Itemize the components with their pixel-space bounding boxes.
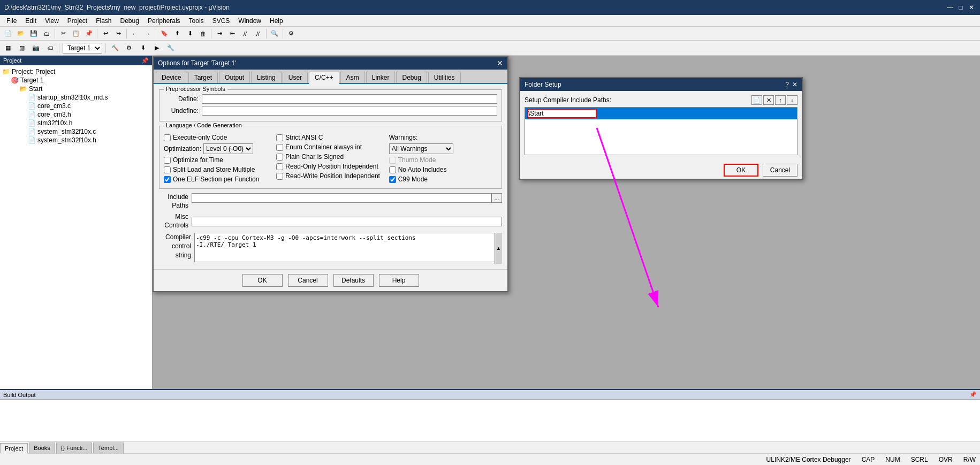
target-dropdown[interactable]: Target 1 [63,43,102,54]
folder-list-item-start[interactable] [525,108,797,119]
prev-bookmark-btn[interactable]: ⬆ [171,28,183,39]
rw-pos-checkbox[interactable] [276,173,283,180]
options-ok-button[interactable]: OK [242,274,283,287]
menu-window[interactable]: Window [234,16,265,26]
folder-help-button[interactable]: ? [785,81,789,88]
folder-cancel-button[interactable]: Cancel [763,164,797,177]
tab-user[interactable]: User [283,72,308,83]
undo-btn[interactable]: ↩ [100,28,111,39]
enum-container-checkbox[interactable] [276,144,283,151]
folder-path-input[interactable] [527,109,597,118]
tab-device[interactable]: Device [156,72,187,83]
tb2-btn1[interactable]: ▦ [2,43,14,54]
bookmark-btn[interactable]: 🔖 [158,28,170,39]
menu-svcs[interactable]: SVCS [208,16,234,26]
tab-templates-bottom[interactable]: Templ... [93,443,124,453]
folder-close-button[interactable]: ✕ [792,81,797,88]
optimize-time-checkbox[interactable] [164,157,171,164]
save-btn[interactable]: 💾 [28,28,40,39]
strict-ansi-checkbox[interactable] [276,134,283,141]
comment-btn[interactable]: // [239,28,251,39]
minimize-button[interactable]: — [946,3,954,12]
project-panel-pin[interactable]: 📌 [141,57,149,64]
paste-btn[interactable]: 📌 [83,28,95,39]
next-bookmark-btn[interactable]: ⬇ [184,28,196,39]
tree-file-4[interactable]: 📄 stm32f10x.h [2,119,150,127]
build-pin-icon[interactable]: 📌 [969,391,977,398]
menu-flash[interactable]: Flash [92,16,116,26]
start-stop-btn[interactable]: ▶ [151,43,163,54]
open-btn[interactable]: 📂 [15,28,27,39]
tab-cpp[interactable]: C/C++ [309,72,339,84]
tree-root[interactable]: 📁 Project: Project [2,67,150,76]
tab-books-bottom[interactable]: Books [29,443,55,453]
tab-listing[interactable]: Listing [251,72,282,83]
warnings-select[interactable]: All Warnings No Warnings [389,143,453,154]
plain-char-checkbox[interactable] [276,154,283,161]
cut-btn[interactable]: ✂ [57,28,69,39]
menu-project[interactable]: Project [63,16,92,26]
folder-down-btn[interactable]: ↓ [787,95,797,105]
folder-new-btn[interactable]: 📄 [751,95,762,105]
define-input[interactable] [202,94,497,104]
tb2-btn3[interactable]: 📷 [30,43,42,54]
tab-debug[interactable]: Debug [396,72,427,83]
split-load-checkbox[interactable] [164,166,171,173]
maximize-button[interactable]: □ [956,3,965,12]
nav-back-btn[interactable]: ← [129,28,141,39]
tab-functions-bottom[interactable]: {} Functi... [56,443,93,453]
tree-file-5[interactable]: 📄 system_stm32f10x.c [2,127,150,136]
tab-linker[interactable]: Linker [366,72,396,83]
download-btn[interactable]: ⬇ [137,43,149,54]
c99-mode-checkbox[interactable] [389,176,396,183]
unindent-btn[interactable]: ⇤ [226,28,238,39]
clear-bookmark-btn[interactable]: 🗑 [197,28,209,39]
folder-up-btn[interactable]: ↑ [775,95,786,105]
folder-ok-button[interactable]: OK [724,164,758,177]
tree-file-6[interactable]: 📄 system_stm32f10x.h [2,136,150,144]
options-dialog-close[interactable]: ✕ [497,59,503,67]
options-btn[interactable]: 🔧 [165,43,177,54]
compiler-scroll-up[interactable]: ▲ [495,233,502,264]
undefine-input[interactable] [202,106,497,116]
tab-asm[interactable]: Asm [340,72,365,83]
optimization-select[interactable]: Level 0 (-O0) Level 1 (-O1) Level 2 (-O2… [203,143,253,154]
tree-target[interactable]: 🎯 Target 1 [2,76,150,85]
save-all-btn[interactable]: 🗂 [41,28,52,39]
uncomment-btn[interactable]: // [252,28,264,39]
tree-start-folder[interactable]: 📂 Start [2,85,150,93]
menu-edit[interactable]: Edit [21,16,41,26]
search-btn[interactable]: 🔍 [269,28,280,39]
options-help-button[interactable]: Help [379,274,419,287]
misc-controls-input[interactable] [192,217,502,226]
one-elf-checkbox[interactable] [164,176,171,183]
ro-pos-checkbox[interactable] [276,163,283,170]
copy-btn[interactable]: 📋 [70,28,82,39]
tree-file-3[interactable]: 📄 core_cm3.h [2,110,150,119]
tab-output[interactable]: Output [219,72,250,83]
tab-project-bottom[interactable]: Project [0,443,28,454]
no-auto-includes-checkbox[interactable] [389,166,396,173]
close-button[interactable]: ✕ [967,3,976,12]
build-btn[interactable]: 🔨 [109,43,121,54]
menu-debug[interactable]: Debug [116,16,143,26]
include-paths-input[interactable] [192,193,491,203]
menu-tools[interactable]: Tools [185,16,208,26]
tab-target[interactable]: Target [188,72,218,83]
menu-view[interactable]: View [41,16,63,26]
options-defaults-button[interactable]: Defaults [333,274,374,287]
rebuild-btn[interactable]: ⚙ [123,43,135,54]
nav-fwd-btn[interactable]: → [142,28,154,39]
redo-btn[interactable]: ↪ [112,28,124,39]
options-cancel-button[interactable]: Cancel [288,274,328,287]
tb2-btn4[interactable]: 🏷 [44,43,56,54]
settings-btn[interactable]: ⚙ [285,28,297,39]
tb2-btn2[interactable]: ▨ [16,43,28,54]
exec-only-checkbox[interactable] [164,134,171,141]
menu-file[interactable]: File [2,16,21,26]
menu-help[interactable]: Help [265,16,287,26]
tree-file-1[interactable]: 📄 startup_stm32f10x_md.s [2,93,150,102]
compiler-textarea[interactable]: -c99 -c -cpu Cortex-M3 -g -O0 -apcs=inte… [194,233,502,262]
include-paths-browse[interactable]: ... [491,193,502,203]
tab-utilities[interactable]: Utilities [428,72,461,83]
